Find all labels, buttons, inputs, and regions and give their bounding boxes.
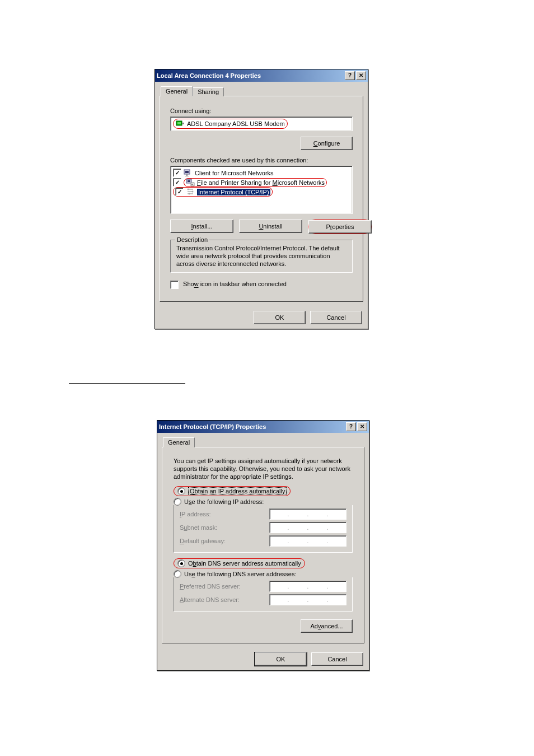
tcpip-properties-dialog: Internet Protocol (TCP/IP) Properties ? …	[157, 420, 369, 671]
svg-rect-6	[185, 176, 189, 176]
alt-dns-label: Alternate DNS server:	[180, 596, 269, 603]
svg-point-11	[192, 190, 194, 192]
properties-button[interactable]: Properties	[308, 220, 372, 234]
svg-rect-8	[188, 180, 190, 182]
ok-button[interactable]: OK	[255, 652, 307, 666]
subnet-mask-label: Subnet mask:	[180, 524, 269, 531]
option-manual-ip[interactable]: Use the following IP address:	[174, 498, 353, 506]
description-text: Transmission Control Protocol/Internet P…	[176, 245, 346, 268]
ip-address-input: ...	[269, 508, 346, 520]
adapter-name: ADSL Company ADSL USB Modem	[187, 120, 285, 127]
titlebar[interactable]: Internet Protocol (TCP/IP) Properties ? …	[157, 421, 369, 433]
gateway-input: ...	[269, 535, 346, 547]
tab-general[interactable]: General	[163, 437, 195, 447]
svg-rect-4	[185, 171, 189, 173]
svg-rect-9	[191, 184, 193, 185]
titlebar[interactable]: Local Area Connection 4 Properties ? ✕	[155, 69, 368, 82]
tabs: General	[162, 437, 364, 447]
svg-point-10	[188, 188, 189, 190]
radio-icon[interactable]	[177, 559, 185, 567]
svg-point-12	[189, 193, 190, 194]
install-button[interactable]: Install...	[170, 220, 233, 233]
option-auto-dns[interactable]: Obtain DNS server address automatically	[174, 558, 353, 568]
dialog-title: Internet Protocol (TCP/IP) Properties	[159, 423, 345, 430]
radio-icon[interactable]	[174, 498, 181, 506]
ok-button[interactable]: OK	[254, 311, 306, 324]
lan-properties-dialog: Local Area Connection 4 Properties ? ✕ G…	[154, 69, 368, 329]
client-icon	[184, 169, 193, 177]
dialog-title: Local Area Connection 4 Properties	[157, 72, 344, 79]
pref-dns-label: Preferred DNS server:	[180, 583, 269, 590]
configure-button[interactable]: Configure	[301, 137, 353, 150]
checkbox-icon[interactable]	[173, 169, 181, 177]
pref-dns-input: ...	[269, 581, 346, 592]
item-label: File and Printer Sharing for Microsoft N…	[197, 179, 325, 186]
intro-text: You can get IP settings assigned automat…	[174, 458, 353, 480]
show-icon-label: Show icon in taskbar when connected	[183, 281, 287, 288]
tab-general[interactable]: General	[161, 86, 193, 96]
ip-address-label: IP address:	[180, 511, 269, 517]
alt-dns-input: ...	[269, 594, 346, 605]
close-button[interactable]: ✕	[356, 71, 366, 80]
list-item[interactable]: Client for Microsoft Networks	[173, 168, 350, 178]
checkbox-icon[interactable]	[173, 178, 181, 186]
close-button[interactable]: ✕	[357, 422, 367, 431]
cancel-button[interactable]: Cancel	[310, 311, 362, 324]
option-manual-dns[interactable]: Use the following DNS server addresses:	[174, 570, 353, 578]
radio-icon[interactable]	[174, 570, 181, 578]
description-legend: Description	[175, 236, 209, 243]
help-button[interactable]: ?	[345, 71, 355, 80]
item-label: Client for Microsoft Networks	[195, 170, 274, 176]
list-item[interactable]: File and Printer Sharing for Microsoft N…	[173, 178, 350, 187]
item-label: Internet Protocol (TCP/IP)	[197, 189, 270, 195]
help-button[interactable]: ?	[346, 422, 356, 431]
cancel-button[interactable]: Cancel	[311, 652, 363, 666]
show-icon-checkbox[interactable]	[170, 281, 179, 289]
svg-rect-2	[182, 123, 184, 124]
subnet-mask-input: ...	[269, 522, 346, 533]
svg-rect-5	[186, 174, 188, 176]
radio-icon[interactable]	[177, 487, 185, 495]
components-label: Components checked are used by this conn…	[170, 157, 353, 164]
protocol-icon	[186, 188, 195, 196]
adapter-field: ADSL Company ADSL USB Modem	[170, 116, 353, 131]
checkbox-icon[interactable]	[175, 188, 184, 196]
uninstall-button[interactable]: Uninstall	[239, 220, 302, 233]
advanced-button[interactable]: Advanced...	[301, 619, 353, 633]
description-group: Description Transmission Control Protoco…	[170, 240, 353, 273]
tabs: General Sharing	[160, 86, 363, 96]
components-list[interactable]: Client for Microsoft Networks File and P…	[170, 166, 353, 214]
gateway-label: Default gateway:	[180, 538, 269, 544]
connect-using-label: Connect using:	[170, 108, 353, 114]
svg-rect-1	[177, 122, 181, 124]
nic-icon	[176, 120, 185, 128]
document-underline	[69, 383, 185, 384]
list-item[interactable]: Internet Protocol (TCP/IP)	[173, 187, 350, 197]
tab-sharing[interactable]: Sharing	[193, 87, 224, 96]
option-auto-ip[interactable]: Obtain an IP address automatically	[174, 486, 353, 496]
share-icon	[186, 179, 195, 186]
